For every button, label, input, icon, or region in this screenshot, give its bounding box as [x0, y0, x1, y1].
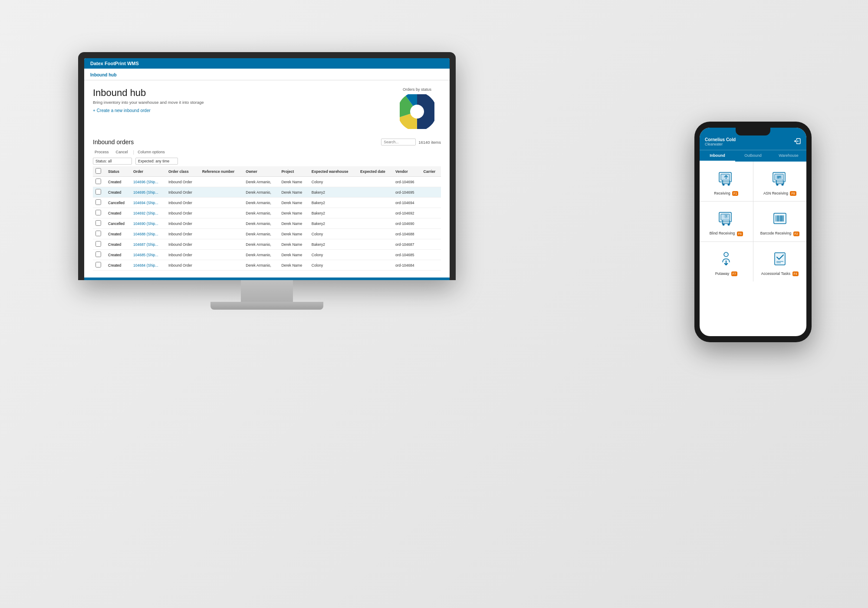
row-date: [358, 177, 393, 187]
create-link[interactable]: + Create a new inbound order: [93, 108, 204, 113]
orders-section: Inbound orders 16140 items Process Cance…: [93, 139, 441, 271]
putaway-cell[interactable]: Putaway F7: [700, 242, 753, 281]
tab-inbound[interactable]: Inbound: [700, 150, 735, 162]
row-order[interactable]: 104685 (Ship...: [131, 250, 166, 260]
row-vendor: ord-104692: [393, 208, 421, 218]
row-checkbox: [93, 229, 105, 239]
page-title: Inbound hub: [93, 87, 204, 99]
table-row[interactable]: Created 104695 (Ship... Inbound Order De…: [93, 187, 441, 198]
table-row[interactable]: Created 104688 (Ship... Inbound Order De…: [93, 229, 441, 239]
tab-warehouse[interactable]: Warehouse: [771, 150, 806, 162]
row-select-checkbox[interactable]: [95, 189, 101, 195]
row-order[interactable]: 104684 (Ship...: [131, 260, 166, 271]
svg-point-19: [781, 184, 783, 186]
row-select-checkbox[interactable]: [95, 241, 101, 247]
cancel-button[interactable]: Cancel: [114, 149, 130, 155]
row-date: [358, 250, 393, 260]
row-select-checkbox[interactable]: [95, 262, 101, 268]
row-order[interactable]: 104688 (Ship...: [131, 229, 166, 239]
blind-svg: ?: [717, 209, 736, 228]
row-reference: [200, 239, 243, 250]
col-checkbox: [93, 166, 105, 177]
row-vendor: ord-104688: [393, 229, 421, 239]
create-link-text[interactable]: Create a new inbound order: [97, 108, 151, 113]
phone-exit-button[interactable]: [793, 137, 801, 146]
accessorial-cell[interactable]: Accessorial Tasks F4: [753, 242, 807, 281]
expected-filter[interactable]: Expected: any time: [135, 158, 178, 165]
row-reference: [200, 208, 243, 218]
receiving-badge: F1: [732, 191, 738, 196]
receiving-cell[interactable]: Receiving F1: [700, 162, 753, 201]
row-project: Derek Name: [279, 208, 309, 218]
search-input[interactable]: [381, 139, 416, 145]
row-order[interactable]: 104696 (Ship...: [131, 177, 166, 187]
orders-section-title: Inbound orders: [93, 139, 134, 145]
row-warehouse: Bakery2: [309, 208, 358, 218]
col-vendor[interactable]: Vendor: [393, 166, 421, 177]
barcode-receiving-cell[interactable]: Barcode Receiving F2: [753, 202, 807, 241]
row-owner: Derek Armanio,: [243, 239, 279, 250]
row-carrier: [421, 187, 441, 198]
row-carrier: [421, 218, 441, 229]
table-row[interactable]: Cancelled 104694 (Ship... Inbound Order …: [93, 198, 441, 208]
asn-receiving-cell[interactable]: ASN Receiving F8: [753, 162, 807, 201]
table-row[interactable]: Created 104684 (Ship... Inbound Order De…: [93, 260, 441, 271]
row-order[interactable]: 104692 (Ship...: [131, 208, 166, 218]
barcode-badge: F2: [793, 231, 799, 236]
wms-body: Inbound hub Bring inventory into your wa…: [84, 80, 450, 278]
row-warehouse: Bakery2: [309, 218, 358, 229]
breadcrumb: Inbound hub: [84, 69, 450, 80]
toolbar-separator: |: [133, 150, 135, 155]
select-all-checkbox[interactable]: [95, 168, 101, 174]
row-select-checkbox[interactable]: [95, 178, 101, 184]
row-order[interactable]: 104694 (Ship...: [131, 198, 166, 208]
row-status: Created: [105, 239, 131, 250]
row-warehouse: Bakery2: [309, 239, 358, 250]
row-select-checkbox[interactable]: [95, 199, 101, 205]
col-reference[interactable]: Reference number: [200, 166, 243, 177]
column-options-label[interactable]: Column options: [138, 150, 165, 154]
row-carrier: [421, 177, 441, 187]
tab-outbound[interactable]: Outbound: [735, 150, 771, 162]
row-date: [358, 229, 393, 239]
row-select-checkbox[interactable]: [95, 210, 101, 215]
row-owner: Derek Armanio,: [243, 218, 279, 229]
col-project[interactable]: Project: [279, 166, 309, 177]
table-row[interactable]: Created 104696 (Ship... Inbound Order De…: [93, 177, 441, 187]
col-carrier[interactable]: Carrier: [421, 166, 441, 177]
row-order[interactable]: 104695 (Ship...: [131, 187, 166, 198]
table-row[interactable]: Created 104685 (Ship... Inbound Order De…: [93, 250, 441, 260]
row-order[interactable]: 104690 (Ship...: [131, 218, 166, 229]
col-order-class[interactable]: Order class: [166, 166, 200, 177]
row-status: Cancelled: [105, 218, 131, 229]
row-owner: Derek Armanio,: [243, 260, 279, 271]
row-select-checkbox[interactable]: [95, 251, 101, 257]
row-vendor: ord-104694: [393, 198, 421, 208]
row-order-class: Inbound Order: [166, 198, 200, 208]
col-status[interactable]: Status: [105, 166, 131, 177]
blind-receiving-cell[interactable]: ? Blind Receiving F6: [700, 202, 753, 241]
process-button[interactable]: Process: [93, 149, 111, 155]
table-row[interactable]: Created 104692 (Ship... Inbound Order De…: [93, 208, 441, 218]
row-select-checkbox[interactable]: [95, 220, 101, 226]
row-warehouse: Bakery2: [309, 187, 358, 198]
row-warehouse: Colony: [309, 177, 358, 187]
row-project: Derek Name: [279, 177, 309, 187]
col-owner[interactable]: Owner: [243, 166, 279, 177]
col-order[interactable]: Order: [131, 166, 166, 177]
row-carrier: [421, 198, 441, 208]
row-order[interactable]: 104687 (Ship...: [131, 239, 166, 250]
col-date[interactable]: Expected date: [358, 166, 393, 177]
row-carrier: [421, 250, 441, 260]
row-select-checkbox[interactable]: [95, 231, 101, 236]
accessorial-icon: [770, 249, 790, 269]
row-vendor: ord-104690: [393, 218, 421, 229]
table-row[interactable]: Cancelled 104690 (Ship... Inbound Order …: [93, 218, 441, 229]
row-reference: [200, 260, 243, 271]
table-row[interactable]: Created 104687 (Ship... Inbound Order De…: [93, 239, 441, 250]
col-warehouse[interactable]: Expected warehouse: [309, 166, 358, 177]
wms-topbar: Datex FootPrint WMS: [84, 58, 450, 69]
status-filter[interactable]: Status: all Created Cancelled: [93, 158, 132, 165]
page-header: Inbound hub Bring inventory into your wa…: [93, 87, 441, 131]
row-status: Created: [105, 260, 131, 271]
